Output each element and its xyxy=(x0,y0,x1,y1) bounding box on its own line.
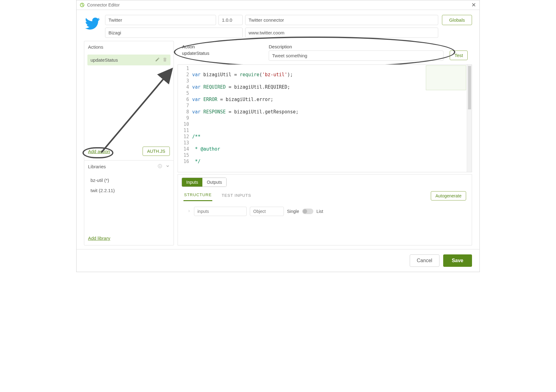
svg-point-2 xyxy=(160,165,160,166)
header-area: Twitter 1.0.0 Twitter connector Bizagi w… xyxy=(77,10,479,41)
action-label: Action xyxy=(182,44,263,49)
save-button[interactable]: Save xyxy=(443,254,472,267)
tab-inputs[interactable]: Inputs xyxy=(182,178,202,187)
io-tab-group: Inputs Outputs xyxy=(182,178,227,187)
pencil-icon[interactable] xyxy=(155,57,160,63)
connector-editor-window: Connector Editor ✕ Twitter 1.0.0 Twitter… xyxy=(76,0,480,272)
actions-panel-header: Actions xyxy=(84,41,174,53)
right-column: Action updateStatus Description Tweet so… xyxy=(178,41,472,245)
connector-name-input[interactable]: Twitter xyxy=(105,15,216,25)
connector-url-input[interactable]: www.twitter.coom xyxy=(245,28,438,38)
inputs-name-field[interactable] xyxy=(194,207,247,216)
action-item-label: updateStatus xyxy=(90,57,118,63)
subtab-structure[interactable]: STRUCTURE xyxy=(183,191,212,201)
list-label: List xyxy=(316,209,323,214)
subtab-test-inputs[interactable]: TEST INPUTS xyxy=(221,191,252,201)
actions-panel: Actions updateStatus xyxy=(84,41,174,161)
globals-button[interactable]: Globals xyxy=(442,15,472,25)
autogenerate-button[interactable]: Autogenerate xyxy=(431,191,466,200)
libraries-list: bz-util (*) twit (2.2.11) xyxy=(84,173,174,232)
test-button[interactable]: Test xyxy=(450,51,468,60)
app-icon xyxy=(80,2,85,7)
action-item[interactable]: updateStatus xyxy=(87,55,170,65)
code-minimap[interactable] xyxy=(426,65,466,90)
close-icon[interactable]: ✕ xyxy=(471,2,476,8)
actions-footer: Add action AUTH.JS xyxy=(84,143,174,160)
left-column: Actions updateStatus xyxy=(84,41,174,245)
libraries-panel-title: Libraries xyxy=(88,164,106,169)
library-item[interactable]: twit (2.2.11) xyxy=(90,185,167,196)
io-panel: Inputs Outputs STRUCTURE TEST INPUTS Aut… xyxy=(178,174,472,245)
add-action-link[interactable]: Add action xyxy=(88,149,110,154)
single-list-toggle[interactable] xyxy=(302,209,313,214)
code-scrollbar-thumb[interactable] xyxy=(468,66,471,109)
trash-icon[interactable] xyxy=(162,57,167,63)
chevron-right-icon[interactable] xyxy=(187,209,191,214)
footer: Cancel Save xyxy=(77,249,479,272)
connector-version-input[interactable]: 1.0.0 xyxy=(218,15,243,25)
chevron-down-icon[interactable] xyxy=(165,164,170,169)
libraries-panel: Libraries bz-util (*) twit (2.2.11) Add … xyxy=(84,160,174,245)
tab-outputs[interactable]: Outputs xyxy=(202,178,226,187)
title-bar: Connector Editor ✕ xyxy=(77,0,479,10)
action-name-value: updateStatus xyxy=(182,51,263,56)
actions-list: updateStatus xyxy=(84,53,174,67)
window-title: Connector Editor xyxy=(87,2,120,7)
connector-author-input[interactable]: Bizagi xyxy=(105,28,243,38)
main-body: Actions updateStatus xyxy=(77,41,479,249)
code-gutter: 12345678910111213141516 xyxy=(178,65,192,171)
connector-description-input[interactable]: Twitter connector xyxy=(245,15,438,25)
single-label: Single xyxy=(287,209,299,214)
libraries-panel-header: Libraries xyxy=(84,161,174,173)
svg-rect-3 xyxy=(160,166,160,167)
auth-js-button[interactable]: AUTH.JS xyxy=(143,147,170,156)
header-fields: Twitter 1.0.0 Twitter connector Bizagi w… xyxy=(105,15,438,38)
structure-row: Single List xyxy=(178,201,472,222)
code-scrollbar[interactable] xyxy=(467,65,472,172)
action-detail-header: Action updateStatus Description Tweet so… xyxy=(178,41,472,64)
connector-logo xyxy=(84,15,101,32)
add-library-link[interactable]: Add library xyxy=(84,232,174,245)
description-label: Description xyxy=(269,44,443,49)
library-item[interactable]: bz-util (*) xyxy=(90,175,167,185)
action-description-input[interactable]: Tweet something xyxy=(269,51,443,61)
inputs-type-field[interactable] xyxy=(250,207,284,216)
info-icon[interactable] xyxy=(157,164,162,170)
cancel-button[interactable]: Cancel xyxy=(410,254,439,267)
code-editor[interactable]: 12345678910111213141516 var bizagiUtil =… xyxy=(178,64,472,172)
